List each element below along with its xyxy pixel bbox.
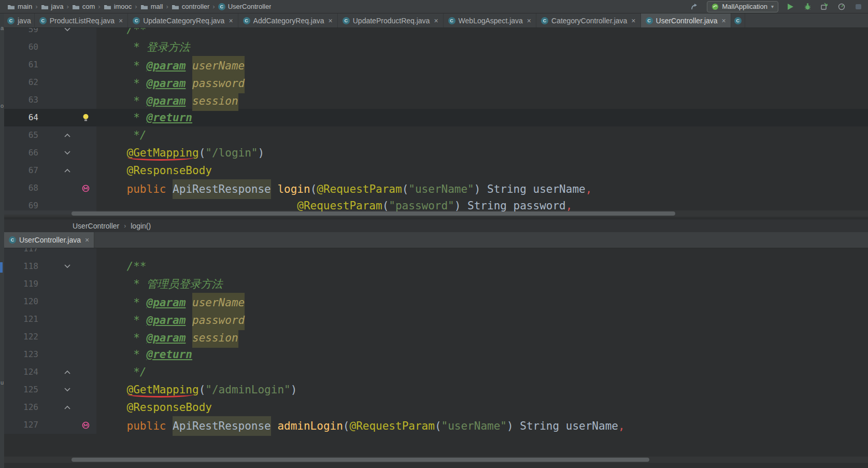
code-text[interactable]: * @param session [96, 328, 238, 346]
code-line[interactable]: 65 */ [4, 126, 868, 144]
code-line[interactable]: 124 */ [4, 363, 868, 381]
code-line[interactable]: 117 [4, 248, 868, 258]
code-text[interactable]: /** [96, 258, 147, 275]
line-number[interactable]: 60 [4, 38, 41, 56]
line-number[interactable]: 125 [4, 381, 41, 399]
horizontal-scrollbar[interactable] [72, 458, 649, 462]
debug-button[interactable] [802, 2, 813, 11]
editor-tab[interactable]: CUpdateCategoryReq.java× [128, 13, 238, 27]
curved-arrow-icon[interactable] [690, 2, 700, 11]
line-number[interactable]: 118 [4, 258, 41, 275]
code-text[interactable]: */ [96, 363, 147, 381]
code-text[interactable]: public ApiRestResponse adminLogin(@Reque… [96, 416, 625, 434]
line-number[interactable]: 66 [4, 144, 41, 162]
editor-tab[interactable]: C [731, 13, 745, 27]
code-text[interactable]: @ResponseBody [96, 399, 212, 416]
code-line[interactable]: 66 @GetMapping("/login") [4, 144, 868, 162]
code-line[interactable]: 59 /** [4, 28, 868, 38]
editor-tab[interactable]: CUserController.java× [641, 13, 731, 27]
line-number[interactable]: 63 [4, 91, 41, 109]
code-text[interactable] [96, 248, 101, 258]
editor-tab[interactable]: CUpdateProductReq.java× [338, 13, 444, 27]
breadcrumb-item[interactable]: java [41, 3, 64, 10]
code-line[interactable]: 62 * @param password [4, 74, 868, 91]
profiler-button[interactable] [836, 2, 847, 11]
close-icon[interactable]: × [722, 17, 726, 25]
fold-expand-icon[interactable] [60, 133, 75, 137]
fold-expand-icon[interactable] [60, 370, 75, 374]
run-button[interactable] [785, 2, 795, 11]
code-text[interactable]: * @param session [96, 91, 238, 109]
breadcrumb-item[interactable]: imooc [104, 3, 132, 10]
line-number[interactable]: 61 [4, 56, 41, 74]
editor-tab[interactable]: CProductListReq.java× [35, 13, 128, 27]
editor-tab[interactable]: Cjava [4, 13, 35, 27]
line-number[interactable]: 121 [4, 310, 41, 328]
close-icon[interactable]: × [527, 17, 531, 25]
request-mapping-icon[interactable] [75, 421, 96, 429]
fold-expand-icon[interactable] [60, 168, 75, 173]
code-text[interactable]: * @param userName [96, 56, 245, 74]
code-text[interactable]: * @param password [96, 310, 245, 328]
breadcrumb-class[interactable]: UserController [73, 222, 119, 230]
code-text[interactable]: * @return [96, 346, 192, 363]
code-line[interactable]: 64 * @return [4, 109, 868, 126]
code-text[interactable]: * @return [96, 109, 192, 126]
breadcrumb-item[interactable]: controller [172, 3, 209, 10]
line-number[interactable]: 127 [4, 416, 41, 434]
code-line[interactable]: 125 @GetMapping("/adminLogin") [4, 381, 868, 399]
code-line[interactable]: 120 * @param userName [4, 293, 868, 310]
line-number[interactable]: 126 [4, 399, 41, 416]
close-icon[interactable]: × [631, 17, 635, 25]
code-line[interactable]: 119 * 管理员登录方法 [4, 275, 868, 293]
breadcrumb-item[interactable]: mall [140, 3, 163, 10]
code-text[interactable]: /** [96, 28, 147, 38]
fold-collapse-icon[interactable] [60, 28, 75, 32]
editor-pane-top[interactable]: 59 /**60 * 登录方法61 * @param userName62 * … [4, 28, 868, 219]
toolbar-extra-icon[interactable] [853, 2, 864, 11]
code-line[interactable]: 127 public ApiRestResponse adminLogin(@R… [4, 416, 868, 434]
editor-tab[interactable]: CWebLogAspect.java× [444, 13, 536, 27]
code-line[interactable]: 67 @ResponseBody [4, 162, 868, 179]
editor-tab[interactable]: CCategoryController.java× [536, 13, 641, 27]
line-number[interactable]: 67 [4, 162, 41, 179]
code-text[interactable]: @GetMapping("/adminLogin") [96, 381, 297, 399]
code-line[interactable]: 121 * @param password [4, 310, 868, 328]
code-line[interactable]: 68 public ApiRestResponse login(@Request… [4, 179, 868, 197]
code-text[interactable]: @ResponseBody [96, 162, 212, 179]
breadcrumb-item[interactable]: main [7, 3, 32, 10]
breadcrumb-item[interactable]: com [72, 3, 95, 10]
line-number[interactable]: 62 [4, 74, 41, 91]
close-icon[interactable]: × [329, 17, 333, 25]
line-number[interactable]: 68 [4, 179, 41, 197]
coverage-button[interactable] [819, 2, 830, 11]
code-line[interactable]: 63 * @param session [4, 91, 868, 109]
code-text[interactable]: */ [96, 126, 147, 144]
line-number[interactable]: 117 [4, 248, 41, 258]
code-text[interactable]: * @param userName [96, 293, 245, 310]
code-line[interactable]: 126 @ResponseBody [4, 399, 868, 416]
editor-tab[interactable]: C UserController.java × [4, 232, 94, 248]
line-number[interactable]: 122 [4, 328, 41, 346]
editor-pane-bottom[interactable]: 117118 /**119 * 管理员登录方法120 * @param user… [4, 248, 868, 468]
lightbulb-icon[interactable] [75, 114, 96, 122]
request-mapping-icon[interactable] [75, 185, 96, 192]
code-line[interactable]: 60 * 登录方法 [4, 38, 868, 56]
breadcrumb-method[interactable]: login() [131, 222, 151, 230]
line-number[interactable]: 123 [4, 346, 41, 363]
close-icon[interactable]: × [229, 17, 233, 25]
line-number[interactable]: 59 [4, 28, 41, 38]
line-number[interactable]: 64 [4, 109, 41, 126]
close-icon[interactable]: × [85, 236, 89, 244]
close-icon[interactable]: × [119, 17, 123, 25]
fold-collapse-icon[interactable] [60, 151, 75, 155]
run-configuration-select[interactable]: MallApplication ▾ [707, 1, 778, 12]
code-text[interactable]: * 登录方法 [96, 38, 190, 56]
code-text[interactable]: * @param password [96, 74, 245, 91]
code-text[interactable]: * 管理员登录方法 [96, 275, 223, 293]
code-text[interactable]: @GetMapping("/login") [96, 144, 264, 162]
editor-tab[interactable]: CAddCategoryReq.java× [238, 13, 338, 27]
code-line[interactable]: 118 /** [4, 258, 868, 275]
line-number[interactable]: 65 [4, 126, 41, 144]
code-line[interactable]: 61 * @param userName [4, 56, 868, 74]
